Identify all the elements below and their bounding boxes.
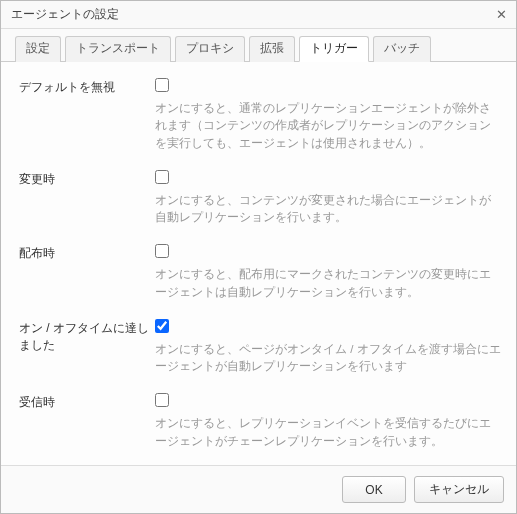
tab-settings[interactable]: 設定: [15, 36, 61, 62]
tab-extended[interactable]: 拡張: [249, 36, 295, 62]
cancel-button[interactable]: キャンセル: [414, 476, 504, 503]
desc-on-off-time: オンにすると、ページがオンタイム / オフタイムを渡す場合にエージェントが自動レ…: [155, 341, 502, 376]
tab-transport[interactable]: トランスポート: [65, 36, 171, 62]
titlebar: エージェントの設定 ✕: [1, 1, 516, 29]
label-on-off-time: オン / オフタイムに達しました: [19, 319, 155, 354]
label-on-distribute: 配布時: [19, 244, 155, 262]
form-content: デフォルトを無視 オンにすると、通常のレプリケーションエージェントが除外されます…: [1, 62, 516, 465]
row-on-distribute: 配布時 オンにすると、配布用にマークされたコンテンツの変更時にエージェントは自動…: [19, 244, 502, 301]
row-on-modification: 変更時 オンにすると、コンテンツが変更された場合にエージェントが自動レプリケーシ…: [19, 170, 502, 227]
checkbox-on-modification[interactable]: [155, 170, 169, 184]
row-on-receive: 受信時 オンにすると、レプリケーションイベントを受信するたびにエージェントがチェ…: [19, 393, 502, 450]
agent-settings-dialog: エージェントの設定 ✕ 設定 トランスポート プロキシ 拡張 トリガー バッチ …: [0, 0, 517, 514]
tab-triggers[interactable]: トリガー: [299, 36, 369, 62]
dialog-title: エージェントの設定: [11, 6, 119, 23]
close-icon[interactable]: ✕: [494, 8, 508, 22]
label-on-modification: 変更時: [19, 170, 155, 188]
ok-button[interactable]: OK: [342, 476, 406, 503]
dialog-footer: OK キャンセル: [1, 465, 516, 513]
desc-on-receive: オンにすると、レプリケーションイベントを受信するたびにエージェントがチェーンレプ…: [155, 415, 502, 450]
checkbox-on-distribute[interactable]: [155, 244, 169, 258]
tab-bar: 設定 トランスポート プロキシ 拡張 トリガー バッチ: [1, 29, 516, 62]
tab-proxy[interactable]: プロキシ: [175, 36, 245, 62]
tab-batch[interactable]: バッチ: [373, 36, 431, 62]
checkbox-on-receive[interactable]: [155, 393, 169, 407]
checkbox-on-off-time[interactable]: [155, 319, 169, 333]
row-on-off-time: オン / オフタイムに達しました オンにすると、ページがオンタイム / オフタイ…: [19, 319, 502, 376]
desc-on-modification: オンにすると、コンテンツが変更された場合にエージェントが自動レプリケーションを行…: [155, 192, 502, 227]
label-ignore-default: デフォルトを無視: [19, 78, 155, 96]
label-on-receive: 受信時: [19, 393, 155, 411]
row-ignore-default: デフォルトを無視 オンにすると、通常のレプリケーションエージェントが除外されます…: [19, 78, 502, 152]
desc-ignore-default: オンにすると、通常のレプリケーションエージェントが除外されます（コンテンツの作成…: [155, 100, 502, 152]
checkbox-ignore-default[interactable]: [155, 78, 169, 92]
desc-on-distribute: オンにすると、配布用にマークされたコンテンツの変更時にエージェントは自動レプリケ…: [155, 266, 502, 301]
